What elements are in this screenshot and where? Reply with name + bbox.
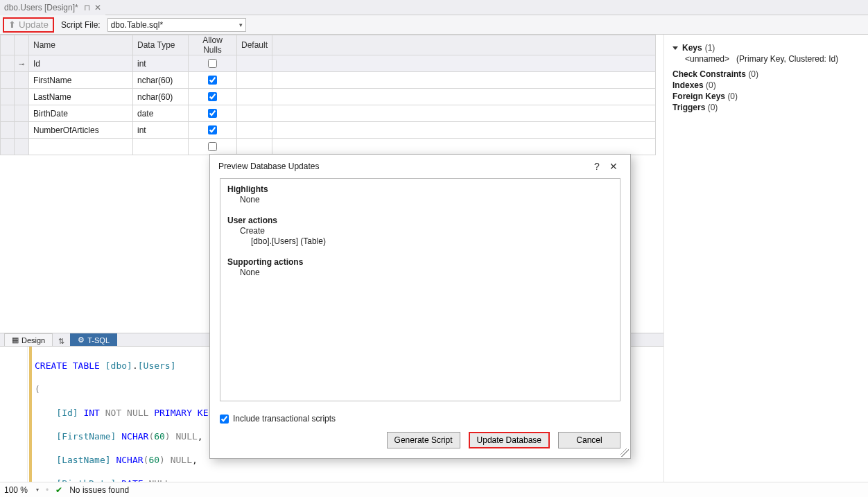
table-row-new[interactable] bbox=[1, 139, 656, 155]
cell-default[interactable] bbox=[237, 89, 272, 105]
tab-tsql[interactable]: ⚙ T-SQL bbox=[70, 333, 117, 346]
ua-item: [dbo].[Users] (Table) bbox=[227, 236, 613, 247]
allow-nulls-checkbox[interactable] bbox=[208, 125, 217, 134]
preview-updates-dialog: Preview Database Updates ? ✕ Highlights … bbox=[209, 154, 631, 459]
cell-name[interactable]: FirstName bbox=[29, 72, 133, 89]
cell-name[interactable]: LastName bbox=[29, 89, 133, 105]
table-row[interactable]: FirstName nchar(60) bbox=[1, 72, 656, 89]
col-header-name[interactable]: Name bbox=[29, 35, 133, 55]
row-selector[interactable] bbox=[1, 105, 15, 122]
cell-type[interactable]: nchar(60) bbox=[133, 89, 189, 105]
cell-nulls[interactable] bbox=[189, 105, 237, 122]
col-header-type[interactable]: Data Type bbox=[133, 35, 189, 55]
cell-default[interactable] bbox=[237, 72, 272, 89]
allow-nulls-checkbox[interactable] bbox=[208, 59, 217, 68]
table-row[interactable]: ⊸ Id int bbox=[1, 55, 656, 72]
keys-section[interactable]: Keys (1) bbox=[672, 43, 860, 53]
tab-design[interactable]: ▦ Design bbox=[4, 333, 53, 346]
indexes-label: Indexes bbox=[672, 80, 704, 90]
cell-default[interactable] bbox=[237, 122, 272, 139]
cell-name[interactable]: BirthDate bbox=[29, 105, 133, 122]
pin-icon[interactable]: ⊓ bbox=[84, 3, 90, 12]
cell-type[interactable]: int bbox=[133, 55, 189, 72]
cell-default[interactable] bbox=[237, 55, 272, 72]
include-transactional-label: Include transactional scripts bbox=[233, 414, 336, 424]
cell-default[interactable] bbox=[237, 105, 272, 122]
table-row[interactable]: NumberOfArticles int bbox=[1, 122, 656, 139]
indexes-section[interactable]: Indexes (0) bbox=[672, 80, 860, 90]
key-item-detail: (Primary Key, Clustered: Id) bbox=[736, 54, 838, 64]
indexes-count: (0) bbox=[706, 80, 716, 90]
chevron-down-icon: ▾ bbox=[36, 487, 39, 493]
dialog-body: Highlights None User actions Create [dbo… bbox=[210, 178, 630, 425]
script-file-dropdown[interactable]: dbo.Table.sql* ▾ bbox=[107, 18, 246, 32]
dialog-titlebar[interactable]: Preview Database Updates ? ✕ bbox=[210, 155, 630, 178]
key-icon: ⊸ bbox=[19, 60, 24, 68]
key-item[interactable]: <unnamed> (Primary Key, Clustered: Id) bbox=[672, 54, 860, 64]
dialog-button-row: Generate Script Update Database Cancel bbox=[210, 425, 630, 458]
resize-grip-icon[interactable] bbox=[620, 448, 629, 457]
cell-rest bbox=[272, 72, 656, 89]
row-selector[interactable] bbox=[1, 89, 15, 105]
include-transactional-checkbox[interactable] bbox=[220, 415, 229, 424]
cell-rest bbox=[272, 89, 656, 105]
table-row[interactable]: LastName nchar(60) bbox=[1, 89, 656, 105]
columns-grid[interactable]: Name Data Type Allow Nulls Default ⊸ Id … bbox=[0, 35, 656, 155]
allow-nulls-checkbox[interactable] bbox=[208, 142, 217, 151]
supporting-none: None bbox=[227, 268, 613, 278]
check-constraints-section[interactable]: Check Constraints (0) bbox=[672, 69, 860, 79]
properties-panel: Keys (1) <unnamed> (Primary Key, Cluster… bbox=[664, 35, 868, 497]
arrow-up-icon: ⬆ bbox=[8, 19, 16, 30]
close-icon[interactable]: ✕ bbox=[605, 161, 622, 172]
highlights-none: None bbox=[227, 195, 613, 205]
update-database-button[interactable]: Update Database bbox=[469, 432, 550, 448]
document-tab[interactable]: dbo.Users [Design]* ⊓ ✕ bbox=[0, 0, 105, 15]
cell-default[interactable] bbox=[237, 139, 272, 155]
row-selector[interactable] bbox=[1, 55, 15, 72]
cancel-button[interactable]: Cancel bbox=[558, 432, 620, 448]
key-item-name: <unnamed> bbox=[685, 54, 729, 64]
zoom-control[interactable]: 100 % ▾ bbox=[4, 485, 39, 495]
include-transactional-row[interactable]: Include transactional scripts bbox=[220, 414, 620, 424]
editor-gutter bbox=[0, 347, 28, 497]
cell-nulls[interactable] bbox=[189, 122, 237, 139]
cell-type[interactable]: date bbox=[133, 105, 189, 122]
cell-type[interactable] bbox=[133, 139, 189, 155]
table-row[interactable]: BirthDate date bbox=[1, 105, 656, 122]
cell-type[interactable]: int bbox=[133, 122, 189, 139]
cell-nulls[interactable] bbox=[189, 55, 237, 72]
zoom-value: 100 % bbox=[4, 485, 28, 495]
sql-code[interactable]: CREATE TABLE [dbo].[Users] ( [Id] INT NO… bbox=[32, 347, 209, 497]
row-selector[interactable] bbox=[1, 122, 15, 139]
swap-icon[interactable]: ⇅ bbox=[54, 337, 69, 346]
cell-name[interactable] bbox=[29, 139, 133, 155]
pk-icon-cell bbox=[15, 139, 29, 155]
issues-text: No issues found bbox=[69, 485, 129, 495]
fk-count: (0) bbox=[727, 91, 738, 101]
update-button[interactable]: ⬆ Update bbox=[3, 17, 54, 33]
cell-name[interactable]: NumberOfArticles bbox=[29, 122, 133, 139]
cell-type[interactable]: nchar(60) bbox=[133, 72, 189, 89]
triggers-section[interactable]: Triggers (0) bbox=[672, 103, 860, 112]
allow-nulls-checkbox[interactable] bbox=[208, 109, 217, 118]
expand-icon bbox=[672, 46, 678, 50]
allow-nulls-checkbox[interactable] bbox=[208, 92, 217, 101]
grid-corner bbox=[1, 35, 15, 55]
preview-text-box[interactable]: Highlights None User actions Create [dbo… bbox=[220, 178, 620, 401]
allow-nulls-checkbox[interactable] bbox=[208, 76, 217, 85]
triggers-count: (0) bbox=[708, 103, 718, 112]
row-selector[interactable] bbox=[1, 72, 15, 89]
close-icon[interactable]: ✕ bbox=[94, 3, 101, 12]
user-actions-label: User actions bbox=[227, 216, 277, 225]
generate-script-button[interactable]: Generate Script bbox=[387, 432, 460, 448]
col-header-nulls[interactable]: Allow Nulls bbox=[189, 35, 237, 55]
help-icon[interactable]: ? bbox=[589, 161, 605, 172]
gear-icon: ⚙ bbox=[78, 335, 85, 345]
row-selector[interactable] bbox=[1, 139, 15, 155]
foreign-keys-section[interactable]: Foreign Keys (0) bbox=[672, 91, 860, 101]
cell-nulls[interactable] bbox=[189, 72, 237, 89]
cell-nulls[interactable] bbox=[189, 139, 237, 155]
cell-name[interactable]: Id bbox=[29, 55, 133, 72]
col-header-default[interactable]: Default bbox=[237, 35, 272, 55]
cell-nulls[interactable] bbox=[189, 89, 237, 105]
